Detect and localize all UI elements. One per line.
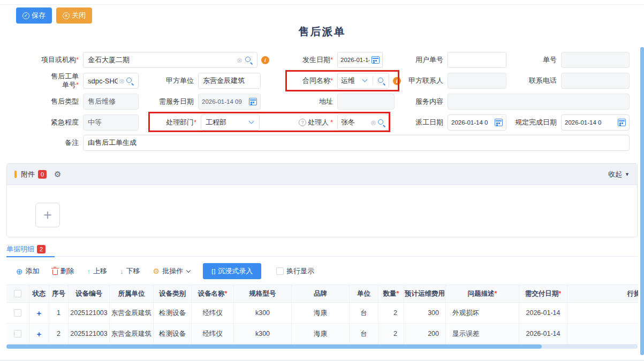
field-party-a-contact: 甲方联系人 <box>403 73 506 89</box>
remark-input-field[interactable] <box>88 139 625 147</box>
service-type-input: 售后维修 <box>83 94 139 110</box>
handler-input[interactable]: ⊗ <box>337 114 389 130</box>
project-input[interactable]: ⊗ <box>83 52 257 68</box>
question-circle-icon[interactable] <box>299 119 306 126</box>
clear-icon[interactable]: ⊗ <box>370 119 376 126</box>
dept-select[interactable]: 工程部 <box>201 114 260 130</box>
header-category: 设备类别 <box>154 285 192 302</box>
close-button[interactable]: 关闭 <box>56 7 92 24</box>
chevron-down-icon[interactable] <box>362 76 368 82</box>
calendar-icon[interactable] <box>372 56 380 64</box>
wrap-display-checkbox[interactable] <box>276 267 284 275</box>
dispatch-date-input[interactable]: 2026-01-14 0 <box>448 114 506 130</box>
wrap-display-toggle[interactable]: 换行显示 <box>276 266 314 276</box>
header-status: 状态 <box>29 285 49 302</box>
delete-row-button[interactable]: 删除 <box>52 266 74 276</box>
occur-date-input[interactable]: 2026-01-14 <box>337 52 383 68</box>
fullscreen-icon: [ ] <box>211 268 215 274</box>
gear-icon[interactable]: ⚙ <box>54 170 61 178</box>
user-order-no-input[interactable] <box>448 52 506 68</box>
user-order-no-input-field[interactable] <box>452 56 502 64</box>
field-remark: 备注 <box>49 135 630 151</box>
horizontal-scrollbar-thumb[interactable] <box>6 344 542 349</box>
vertical-scrollbar-thumb[interactable] <box>640 47 644 355</box>
cell-model[interactable]: k300 <box>234 303 292 323</box>
upload-button[interactable] <box>35 203 60 227</box>
save-button[interactable]: 保存 <box>16 7 52 24</box>
immersive-entry-button[interactable]: [ ] 沉浸式录入 <box>203 263 261 279</box>
cell-delivery[interactable]: 2026-01-14 <box>519 303 567 323</box>
dispatch-date-label: 派工日期 <box>403 118 448 127</box>
cell-model[interactable]: k300 <box>234 324 292 344</box>
deadline-input[interactable]: 2026-01-14 0 <box>561 114 630 130</box>
project-input-field[interactable] <box>88 56 234 64</box>
cell-unit[interactable]: 东营金辰建筑 <box>110 303 154 323</box>
order-no-label: 单号 <box>516 56 561 64</box>
cell-brand[interactable]: 海康 <box>292 303 350 323</box>
table-row[interactable]: + 1 2025121003 东营金辰建筑 检测设备 经纬仪 k300 海康 台… <box>6 303 638 324</box>
cell-fee[interactable]: 200 <box>404 324 446 344</box>
cell-delivery[interactable]: 2026-01-14 <box>519 324 567 344</box>
attachment-header: 附件 0 ⚙ 收起 ▼ <box>7 164 637 185</box>
cell-brand[interactable]: 海康 <box>292 324 350 344</box>
cell-device-no[interactable]: 2025121003 <box>69 303 110 323</box>
header-delivery: 需交付日期* <box>519 285 567 302</box>
party-a-unit-input-field[interactable] <box>203 77 256 85</box>
chevron-down-icon <box>186 268 191 272</box>
search-icon[interactable] <box>377 77 385 85</box>
row-status-icon[interactable]: + <box>29 303 49 323</box>
field-order-no: 单号 <box>516 52 630 68</box>
move-up-button[interactable]: ↑ 上移 <box>87 266 108 276</box>
cell-measure[interactable]: 台 <box>350 303 378 323</box>
remark-label: 备注 <box>49 139 83 147</box>
work-order-no-input[interactable]: ⊗ <box>83 73 139 89</box>
search-icon[interactable] <box>377 119 385 127</box>
table-row[interactable]: + 2 2025121003 东营金辰建筑 检测设备 经纬仪 k300 海康 台… <box>6 324 638 344</box>
horizontal-scrollbar[interactable] <box>6 344 638 349</box>
search-icon[interactable] <box>126 77 134 85</box>
contract-name-select[interactable]: 运维 <box>337 73 389 89</box>
select-all-cell <box>6 285 29 302</box>
clear-icon[interactable]: ⊗ <box>237 57 243 64</box>
row-checkbox[interactable] <box>14 309 21 317</box>
cell-category[interactable]: 检测设备 <box>154 303 192 323</box>
cell-device-no[interactable]: 2025121003 <box>69 324 110 344</box>
batch-actions-button[interactable]: ⚙ 批操作 <box>153 266 191 276</box>
header-problem: 问题描述* <box>446 285 519 302</box>
cell-measure[interactable]: 台 <box>350 324 378 344</box>
project-label: 项目或机构* <box>20 56 83 64</box>
handler-input-field[interactable] <box>341 119 369 127</box>
dept-label: 处理部门* <box>153 118 201 127</box>
add-row-button[interactable]: ⊕ 添加 <box>16 266 40 276</box>
calendar-icon[interactable] <box>618 119 626 126</box>
cell-problem[interactable]: 外观损坏 <box>446 303 519 323</box>
move-down-button[interactable]: ↓ 下移 <box>120 266 140 276</box>
section-accent-bar <box>14 171 17 178</box>
remark-input[interactable] <box>83 135 630 151</box>
check-circle-icon <box>22 12 29 19</box>
header-brand: 品牌 <box>292 285 350 302</box>
urgency-label: 紧急程度 <box>44 118 83 127</box>
tab-detail[interactable]: 单据明细 2 <box>6 242 46 257</box>
field-contact-phone: 联系电话 <box>516 73 630 89</box>
cell-category[interactable]: 检测设备 <box>154 324 192 344</box>
row-status-icon[interactable]: + <box>29 324 49 344</box>
cell-fee[interactable]: 300 <box>404 303 446 323</box>
chevron-down-icon[interactable] <box>249 118 254 124</box>
cell-name[interactable]: 经纬仪 <box>192 324 234 344</box>
search-icon[interactable] <box>245 56 253 64</box>
row-checkbox[interactable] <box>14 330 21 337</box>
select-all-checkbox[interactable] <box>14 290 21 297</box>
cell-problem[interactable]: 显示误差 <box>446 324 519 344</box>
info-icon[interactable] <box>393 77 401 85</box>
cell-unit[interactable]: 东营金辰建筑 <box>110 324 154 344</box>
collapse-button[interactable]: 收起 ▼ <box>608 170 630 179</box>
info-icon[interactable] <box>261 56 269 64</box>
cell-qty[interactable]: 2 <box>378 303 404 323</box>
cell-qty[interactable]: 2 <box>378 324 404 344</box>
work-order-no-input-field[interactable] <box>88 77 118 85</box>
party-a-unit-input[interactable] <box>198 73 261 89</box>
cell-name[interactable]: 经纬仪 <box>192 303 234 323</box>
calendar-icon[interactable] <box>495 119 503 126</box>
clear-icon[interactable]: ⊗ <box>119 78 125 85</box>
